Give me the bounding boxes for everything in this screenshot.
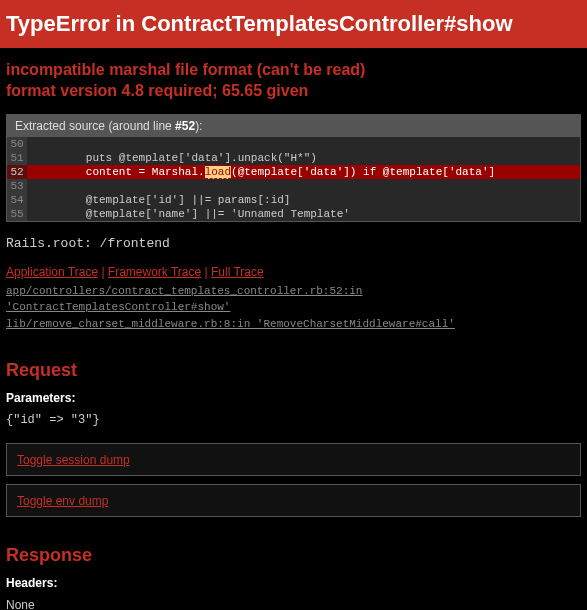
code-line: 53 xyxy=(7,179,580,193)
line-number: 50 xyxy=(7,137,27,151)
error-message: incompatible marshal file format (can't … xyxy=(6,54,581,112)
source-label-post: ): xyxy=(195,119,202,133)
error-title: TypeError in ContractTemplatesController… xyxy=(0,0,587,48)
line-number: 54 xyxy=(7,193,27,207)
code-content: content = Marshal.load(@template['data']… xyxy=(27,165,580,179)
code-line: 52 content = Marshal.load(@template['dat… xyxy=(7,165,580,179)
framework-trace-link[interactable]: Framework Trace xyxy=(108,265,201,279)
headers-label: Headers: xyxy=(6,576,581,590)
code-line: 50 xyxy=(7,137,580,151)
line-number: 51 xyxy=(7,151,27,165)
line-number: 52 xyxy=(7,165,27,179)
code-content xyxy=(27,137,580,151)
toggle-session-dump[interactable]: Toggle session dump xyxy=(6,443,581,476)
source-extract: Extracted source (around line #52): 5051… xyxy=(6,114,581,222)
trace-line[interactable]: lib/remove_charset_middleware.rb:8:in 'R… xyxy=(6,318,455,330)
content-area: incompatible marshal file format (can't … xyxy=(0,48,587,610)
source-label-line: #52 xyxy=(175,119,195,133)
response-heading: Response xyxy=(6,545,581,566)
error-line-1: incompatible marshal file format (can't … xyxy=(6,60,581,81)
application-trace-link[interactable]: Application Trace xyxy=(6,265,98,279)
line-number: 55 xyxy=(7,207,27,221)
trace-tabs: Application Trace | Framework Trace | Fu… xyxy=(6,265,581,279)
source-label-pre: Extracted source (around line xyxy=(15,119,175,133)
trace-lines: app/controllers/contract_templates_contr… xyxy=(6,283,581,333)
trace-line[interactable]: app/controllers/contract_templates_contr… xyxy=(6,285,362,314)
code-content xyxy=(27,179,580,193)
toggle-env-dump[interactable]: Toggle env dump xyxy=(6,484,581,517)
code-table: 5051 puts @template['data'].unpack("H*")… xyxy=(7,137,580,221)
code-content: puts @template['data'].unpack("H*") xyxy=(27,151,580,165)
request-heading: Request xyxy=(6,360,581,381)
parameters-label: Parameters: xyxy=(6,391,581,405)
toggle-session-link[interactable]: Toggle session dump xyxy=(17,453,130,467)
code-line: 54 @template['id'] ||= params[:id] xyxy=(7,193,580,207)
headers-none: None xyxy=(6,598,581,610)
line-number: 53 xyxy=(7,179,27,193)
code-content: @template['id'] ||= params[:id] xyxy=(27,193,580,207)
rails-root: Rails.root: /frontend xyxy=(6,236,581,251)
full-trace-link[interactable]: Full Trace xyxy=(211,265,264,279)
code-content: @template['name'] ||= 'Unnamed Template' xyxy=(27,207,580,221)
parameters-value: {"id" => "3"} xyxy=(6,413,581,427)
code-line: 51 puts @template['data'].unpack("H*") xyxy=(7,151,580,165)
toggle-env-link[interactable]: Toggle env dump xyxy=(17,494,108,508)
code-line: 55 @template['name'] ||= 'Unnamed Templa… xyxy=(7,207,580,221)
error-line-2: format version 4.8 required; 65.65 given xyxy=(6,81,581,102)
source-header: Extracted source (around line #52): xyxy=(7,115,580,137)
